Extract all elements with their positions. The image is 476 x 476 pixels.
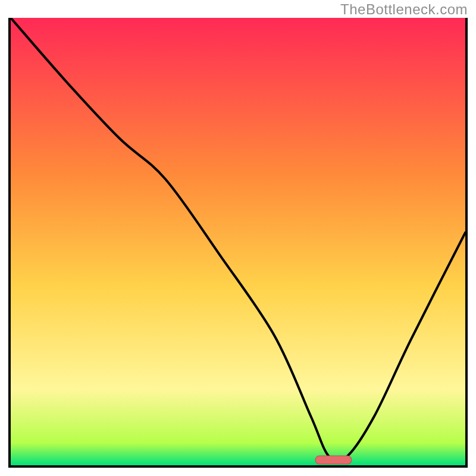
chart-stage: TheBottleneck.com [0,0,476,476]
plot-area [8,18,468,468]
gradient-background [11,18,465,465]
optimal-marker [315,456,352,464]
watermark-text: TheBottleneck.com [340,1,468,18]
plot-svg [11,18,465,465]
